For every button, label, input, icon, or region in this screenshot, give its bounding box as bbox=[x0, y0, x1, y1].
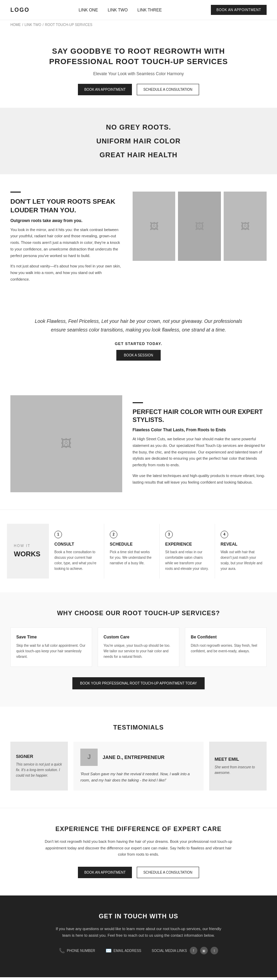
breadcrumb: HOME / LINK TWO / ROOT TOUCH-UP SERVICES bbox=[0, 20, 277, 29]
nav-link-3[interactable]: LINK THREE bbox=[137, 8, 162, 13]
experience-schedule-button[interactable]: SCHEDULE A CONSULTATION bbox=[137, 867, 199, 878]
testimonial-left-name: SIGNER bbox=[16, 754, 62, 759]
expert-section: 🖼 PERFECT HAIR COLOR WITH OUR EXPERT STY… bbox=[0, 378, 277, 509]
expert-heading: PERFECT HAIR COLOR WITH OUR EXPERT STYLI… bbox=[133, 408, 267, 424]
how-step-3: 3 Experience Sit back and relax in our c… bbox=[159, 524, 215, 579]
testimonial-info: JANE D., ENTREPRENEUR bbox=[102, 754, 164, 760]
roots-image-2: 🖼 bbox=[178, 192, 221, 261]
hero-section: SAY GOODBYE TO ROOT REGROWTH WITH PROFES… bbox=[0, 29, 277, 108]
why-card-1: Save Time Skip the wait for a full color… bbox=[10, 627, 92, 667]
instagram-icon[interactable]: ▣ bbox=[200, 947, 208, 955]
how-title-box: HOW IT WORKS bbox=[7, 524, 48, 579]
why-card-text-2: You're unique, your touch-up should be t… bbox=[103, 643, 174, 660]
step-title-2: Schedule bbox=[110, 542, 154, 547]
why-choose-heading: WHY CHOOSE OUR ROOT TOUCH-UP SERVICES? bbox=[10, 610, 267, 617]
roots-subtitle: Outgrown roots take away from you. bbox=[10, 218, 122, 223]
benefit-line-1: NO GREY ROOTS. bbox=[13, 120, 264, 134]
experience-text: Don't let root regrowth hold you back fr… bbox=[41, 838, 236, 858]
step-text-4: Walk out with hair that doesn't just mat… bbox=[221, 549, 264, 571]
expert-para1: At High Street Cuts, we believe your hai… bbox=[133, 436, 267, 468]
phone-icon: 📞 bbox=[59, 948, 65, 953]
expert-image: 🖼 bbox=[10, 395, 122, 492]
quote-text: Look Flawless, Feel Priceless, Let your … bbox=[35, 317, 242, 334]
accent-line bbox=[10, 192, 21, 192]
footer-text: If you have any questions or would like … bbox=[52, 926, 225, 939]
hero-schedule-button[interactable]: SCHEDULE A CONSULTATION bbox=[137, 84, 199, 95]
step-num-3: 3 bbox=[165, 531, 173, 538]
hero-book-button[interactable]: BOOK AN APPOINTMENT bbox=[78, 84, 132, 95]
why-card-2: Custom Care You're unique, your touch-up… bbox=[98, 627, 179, 667]
step-num-1: 1 bbox=[54, 531, 62, 538]
footer-phone: 📞 PHONE NUMBER bbox=[59, 947, 95, 955]
footer-heading: GET IN TOUCH WITH US bbox=[10, 913, 267, 920]
step-num-4: 4 bbox=[221, 531, 228, 538]
roots-heading: DON'T LET YOUR ROOTS SPEAK LOUDER THAN Y… bbox=[10, 197, 122, 215]
expert-image-container: 🖼 bbox=[10, 395, 122, 492]
nav-book-button[interactable]: BOOK AN APPOINTMENT bbox=[211, 5, 267, 15]
testimonial-header: J JANE D., ENTREPRENEUR bbox=[80, 749, 197, 766]
roots-para1: You look in the mirror, and it hits you:… bbox=[10, 227, 122, 259]
step-text-1: Book a free consultation to discuss your… bbox=[54, 549, 98, 571]
step-title-4: Reveal bbox=[221, 542, 264, 547]
how-it-works-section: HOW IT WORKS 1 Consult Book a free consu… bbox=[0, 509, 277, 592]
nav-links: LINK ONE LINK TWO LINK THREE bbox=[79, 8, 162, 13]
testimonial-main: J JANE D., ENTREPRENEUR 'Root Salon gave… bbox=[73, 742, 204, 791]
experience-buttons: BOOK AN APPOINTMENT SCHEDULE A CONSULTAT… bbox=[28, 867, 249, 878]
expert-para2: We use the latest techniques and high-qu… bbox=[133, 473, 267, 485]
nav-link-2[interactable]: LINK TWO bbox=[108, 8, 128, 13]
email-icon: ✉️ bbox=[106, 948, 111, 953]
testimonials-heading: TESTIMONIALS bbox=[10, 724, 267, 731]
experience-heading: EXPERIENCE THE DIFFERENCE OF EXPERT CARE bbox=[28, 826, 249, 833]
step-text-2: Pick a time slot that works for you. We … bbox=[110, 549, 154, 566]
experience-section: EXPERIENCE THE DIFFERENCE OF EXPERT CARE… bbox=[0, 808, 277, 896]
nav-link-1[interactable]: LINK ONE bbox=[79, 8, 98, 13]
why-cards: Save Time Skip the wait for a full color… bbox=[10, 627, 267, 667]
why-cta-button[interactable]: BOOK YOUR PROFESSIONAL ROOT TOUCH-UP APP… bbox=[72, 677, 204, 689]
navbar: LOGO LINK ONE LINK TWO LINK THREE BOOK A… bbox=[0, 0, 277, 20]
how-label: HOW IT bbox=[14, 544, 41, 548]
twitter-icon[interactable]: t bbox=[210, 947, 218, 955]
roots-image-3: 🖼 bbox=[224, 192, 267, 261]
why-choose-section: WHY CHOOSE OUR ROOT TOUCH-UP SERVICES? S… bbox=[0, 592, 277, 707]
testimonial-right-name: MEET EMIL bbox=[215, 757, 261, 762]
footer: GET IN TOUCH WITH US If you have any que… bbox=[0, 896, 277, 977]
testimonial-right-text: She went from insecure to awesome. bbox=[215, 765, 261, 776]
step-title-3: Experience bbox=[165, 542, 209, 547]
testimonial-left: SIGNER This service is not just a quick … bbox=[10, 742, 68, 791]
testimonial-name: JANE D., ENTREPRENEUR bbox=[102, 754, 164, 760]
why-card-title-2: Custom Care bbox=[103, 635, 174, 640]
how-step-1: 1 Consult Book a free consultation to di… bbox=[48, 524, 104, 579]
expert-image-icon: 🖼 bbox=[60, 437, 72, 450]
step-text-3: Sit back and relax in our comfortable sa… bbox=[165, 549, 209, 571]
experience-book-button[interactable]: BOOK AN APPOINTMENT bbox=[78, 867, 132, 878]
book-session-button[interactable]: BOOK A SESSION bbox=[116, 350, 161, 361]
hero-heading: SAY GOODBYE TO ROOT REGROWTH WITH PROFES… bbox=[28, 46, 249, 67]
footer-social-links: SOCIAL MEDIA LINKS f ▣ t bbox=[152, 947, 218, 955]
roots-para2: It's not just about vanity—it's about ho… bbox=[10, 263, 122, 282]
image-icon-1: 🖼 bbox=[150, 221, 159, 232]
logo: LOGO bbox=[10, 7, 29, 13]
expert-accent-line bbox=[133, 402, 143, 403]
testimonial-quote: 'Root Salon gave my hair the revival it … bbox=[80, 771, 197, 784]
how-step-2: 2 Schedule Pick a time slot that works f… bbox=[104, 524, 159, 579]
how-steps: 1 Consult Book a free consultation to di… bbox=[48, 524, 270, 579]
breadcrumb-link-two[interactable]: LINK TWO bbox=[25, 23, 41, 27]
footer-contacts: 📞 PHONE NUMBER ✉️ EMAIL ADDRESS SOCIAL M… bbox=[10, 947, 267, 955]
image-icon-3: 🖼 bbox=[240, 221, 250, 232]
how-step-4: 4 Reveal Walk out with hair that doesn't… bbox=[215, 524, 270, 579]
testimonial-row: SIGNER This service is not just a quick … bbox=[10, 742, 267, 791]
footer-email: ✉️ EMAIL ADDRESS bbox=[106, 947, 141, 955]
why-card-text-1: Skip the wait for a full color appointme… bbox=[16, 643, 86, 660]
how-title: WORKS bbox=[14, 550, 41, 558]
phone-label: PHONE NUMBER bbox=[67, 949, 95, 953]
cta-label: GET STARTED TODAY. bbox=[35, 342, 242, 346]
testimonial-left-text: This service is not just a quick fix. It… bbox=[16, 762, 62, 778]
image-icon-2: 🖼 bbox=[195, 221, 204, 232]
facebook-icon[interactable]: f bbox=[190, 947, 197, 955]
why-card-title-3: Be Confident bbox=[191, 635, 261, 640]
benefit-line-2: UNIFORM HAIR COLOR bbox=[13, 134, 264, 148]
breadcrumb-home[interactable]: HOME bbox=[10, 23, 21, 27]
step-num-2: 2 bbox=[110, 531, 117, 538]
roots-section: DON'T LET YOUR ROOTS SPEAK LOUDER THAN Y… bbox=[0, 174, 277, 300]
expert-text: PERFECT HAIR COLOR WITH OUR EXPERT STYLI… bbox=[133, 395, 267, 486]
